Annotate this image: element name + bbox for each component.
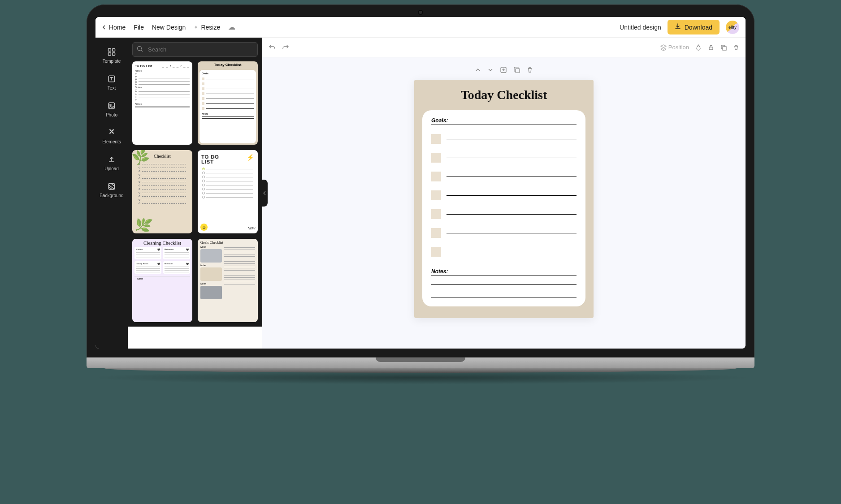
- svg-rect-0: [108, 49, 111, 52]
- undo-button[interactable]: [269, 44, 276, 51]
- checklist-line[interactable]: [447, 158, 577, 158]
- position-label: Position: [668, 44, 689, 51]
- canvas-page[interactable]: Today Checklist Goals: Notes:: [414, 80, 594, 318]
- layers-icon: [660, 44, 667, 51]
- file-menu[interactable]: File: [134, 24, 144, 31]
- resize-menu[interactable]: Resize: [201, 24, 220, 31]
- sidebar-item-label: Background: [100, 193, 123, 198]
- lock-button[interactable]: [708, 44, 714, 51]
- new-design-menu[interactable]: New Design: [152, 24, 186, 31]
- checkbox[interactable]: [431, 190, 441, 200]
- laptop-shadow: [87, 371, 754, 384]
- checkbox[interactable]: [431, 134, 441, 144]
- template-card-cleaning-checklist[interactable]: Cleaning Checklist Kitchen🖤 Bathroom🖤 Fa…: [132, 239, 192, 322]
- svg-rect-14: [516, 69, 520, 73]
- page-up-button[interactable]: [475, 67, 481, 75]
- add-page-button[interactable]: [500, 66, 507, 75]
- templates-panel: To Do List_ _ / _ _ / _ _ Notes Notes: [128, 38, 262, 327]
- notes-label[interactable]: Notes:: [431, 268, 577, 276]
- delete-button[interactable]: [733, 44, 739, 51]
- canvas-stage[interactable]: Today Checklist Goals: Notes:: [262, 57, 746, 349]
- checklist-line[interactable]: [447, 195, 577, 196]
- panel-collapse-handle[interactable]: [261, 180, 268, 207]
- notes-line[interactable]: [431, 291, 577, 297]
- delete-page-button[interactable]: [527, 67, 533, 75]
- checklist-line[interactable]: [447, 233, 577, 233]
- template-card-checklist-leaves[interactable]: 🌿 🌿 Checklist: [132, 150, 192, 233]
- checkbox[interactable]: [431, 172, 441, 181]
- checklist-line[interactable]: [447, 177, 577, 177]
- sidebar-item-label: Photo: [106, 112, 117, 117]
- sidebar-item-text[interactable]: Text: [95, 69, 128, 96]
- duplicate-page-button[interactable]: [513, 66, 520, 75]
- svg-rect-1: [113, 49, 115, 52]
- page-controls: [475, 64, 533, 80]
- checklist-line[interactable]: [447, 139, 577, 139]
- notes-line[interactable]: [431, 285, 577, 291]
- laptop-frame: Home File New Design ✦ Resize ☁ Untitled…: [87, 4, 754, 384]
- background-icon: [107, 182, 116, 191]
- notes-line[interactable]: [431, 279, 577, 285]
- checklist-row[interactable]: [431, 134, 577, 144]
- sidebar-item-label: Upload: [104, 166, 119, 171]
- screen-bezel: Home File New Design ✦ Resize ☁ Untitled…: [87, 4, 754, 358]
- checklist-row[interactable]: [431, 190, 577, 200]
- search-icon: [137, 46, 143, 54]
- redo-button[interactable]: [282, 44, 289, 51]
- checklist-line[interactable]: [447, 252, 577, 252]
- top-bar: Home File New Design ✦ Resize ☁ Untitled…: [95, 17, 746, 38]
- svg-rect-5: [108, 103, 114, 108]
- new-badge: NEW: [248, 227, 255, 230]
- position-button[interactable]: Position: [660, 44, 689, 51]
- upload-icon: [107, 155, 116, 164]
- checkbox[interactable]: [431, 247, 441, 257]
- opacity-button[interactable]: [695, 44, 702, 51]
- elements-icon: [107, 128, 116, 137]
- download-icon: [675, 23, 681, 31]
- checklist-row[interactable]: [431, 153, 577, 163]
- checklist-line[interactable]: [447, 214, 577, 215]
- download-button[interactable]: Download: [668, 20, 720, 34]
- template-card-today-checklist[interactable]: Today Checklist Goals:: [198, 61, 258, 145]
- user-avatar[interactable]: ellty: [726, 21, 739, 34]
- svg-rect-2: [108, 53, 111, 56]
- checklist-row[interactable]: [431, 172, 577, 181]
- checklist-row[interactable]: [431, 209, 577, 219]
- home-link[interactable]: Home: [102, 24, 126, 31]
- star-icon: ✦: [194, 24, 198, 30]
- template-card-goals-checklist[interactable]: Goals Checklist Notes Notes Notes: [198, 239, 258, 322]
- page-down-button[interactable]: [487, 67, 494, 75]
- checkbox[interactable]: [431, 228, 441, 238]
- svg-rect-3: [113, 53, 115, 56]
- sidebar-nav: Template Text Photo Elements: [95, 38, 128, 349]
- page-card[interactable]: Goals: Notes:: [422, 110, 585, 306]
- sidebar-item-template[interactable]: Template: [95, 42, 128, 69]
- page-title[interactable]: Today Checklist: [422, 88, 585, 102]
- template-icon: [107, 47, 116, 56]
- search-input[interactable]: [132, 42, 258, 57]
- sidebar-item-elements[interactable]: Elements: [95, 123, 128, 150]
- duplicate-button[interactable]: [720, 44, 727, 51]
- canvas-toolbar: Position: [262, 38, 746, 57]
- photo-icon: [107, 101, 116, 110]
- camera-icon: [419, 11, 422, 14]
- document-title[interactable]: Untitled design: [620, 24, 661, 31]
- cloud-sync-icon[interactable]: ☁: [228, 23, 235, 31]
- goals-label[interactable]: Goals:: [431, 117, 577, 125]
- svg-point-6: [110, 104, 111, 106]
- laptop-base: [87, 358, 754, 368]
- sidebar-item-upload[interactable]: Upload: [95, 150, 128, 177]
- canvas-area: Position: [262, 38, 746, 349]
- lightning-icon: ⚡: [247, 154, 254, 161]
- checklist-row[interactable]: [431, 228, 577, 238]
- sidebar-item-background[interactable]: Background: [95, 177, 128, 203]
- sidebar-item-photo[interactable]: Photo: [95, 96, 128, 123]
- template-card-todo-bold[interactable]: TO DOLIST ⚡: [198, 150, 258, 233]
- checklist-row[interactable]: [431, 247, 577, 257]
- smiley-icon: ☺: [200, 224, 208, 231]
- checkbox[interactable]: [431, 209, 441, 219]
- svg-rect-9: [709, 47, 713, 50]
- checkbox[interactable]: [431, 153, 441, 163]
- template-card-todo-list[interactable]: To Do List_ _ / _ _ / _ _ Notes Notes: [132, 61, 192, 145]
- sidebar-item-label: Template: [103, 59, 121, 64]
